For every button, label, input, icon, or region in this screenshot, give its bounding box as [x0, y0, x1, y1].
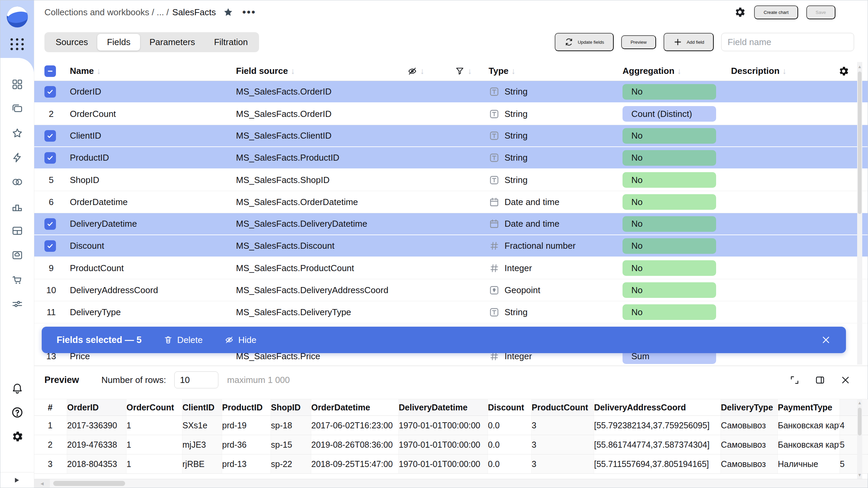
field-type[interactable]: Date and time: [489, 197, 623, 208]
hide-selected-button[interactable]: Hide: [224, 335, 256, 345]
scroll-thumb[interactable]: [53, 481, 125, 486]
delete-selected-button[interactable]: Delete: [163, 335, 203, 345]
field-name[interactable]: DeliveryDatetime: [70, 219, 236, 229]
create-chart-button[interactable]: Create chart: [754, 5, 798, 19]
field-source[interactable]: MS_SalesFacts.Discount: [236, 241, 407, 251]
field-type[interactable]: Integer: [489, 263, 623, 274]
split-view-icon[interactable]: [815, 375, 825, 385]
aggregation-select[interactable]: No: [623, 238, 716, 254]
field-row-DeliveryDatetime[interactable]: DeliveryDatetimeMS_SalesFacts.DeliveryDa…: [34, 213, 868, 235]
aggregation-select[interactable]: No: [623, 282, 716, 298]
sidebar-item-storage-icon[interactable]: [11, 249, 23, 261]
field-name[interactable]: OrderID: [70, 86, 236, 97]
field-source[interactable]: MS_SalesFacts.ClientID: [236, 130, 407, 141]
aggregation-select[interactable]: No: [623, 216, 716, 232]
field-row-OrderDatetime[interactable]: 6OrderDatetimeMS_SalesFacts.OrderDatetim…: [34, 191, 868, 213]
field-type[interactable]: Fractional number: [489, 240, 623, 251]
aggregation-select[interactable]: Count (Distinct): [623, 106, 716, 122]
aggregation-select[interactable]: No: [623, 84, 716, 100]
dataset-settings-gear-icon[interactable]: [734, 6, 746, 18]
field-source[interactable]: MS_SalesFacts.DeliveryDatetime: [236, 219, 407, 229]
settings-icon[interactable]: [11, 430, 24, 443]
field-name[interactable]: ProductID: [70, 152, 236, 163]
field-name[interactable]: DeliveryType: [70, 307, 236, 318]
sidebar-item-dashboards-icon[interactable]: [11, 225, 23, 237]
horizontal-scrollbar[interactable]: ◀: [34, 479, 868, 488]
aggregation-select[interactable]: No: [623, 194, 716, 210]
field-type[interactable]: String: [489, 108, 623, 120]
column-header-name[interactable]: Name↓: [70, 66, 236, 76]
column-header-hidden[interactable]: ↓: [407, 66, 455, 76]
field-source[interactable]: MS_SalesFacts.DeliveryAddressCoord: [236, 285, 407, 296]
field-type[interactable]: Geopoint: [489, 285, 623, 296]
scroll-thumb[interactable]: [858, 72, 862, 214]
fields-vertical-scrollbar[interactable]: ▲: [857, 62, 862, 365]
tab-parameters[interactable]: Parameters: [140, 34, 204, 50]
field-row-Discount[interactable]: DiscountMS_SalesFacts.DiscountFractional…: [34, 235, 868, 257]
field-row-DeliveryType[interactable]: 11DeliveryTypeMS_SalesFacts.DeliveryType…: [34, 301, 868, 323]
field-type[interactable]: String: [489, 152, 623, 163]
help-icon[interactable]: [11, 406, 24, 419]
sidebar-item-navigation-icon[interactable]: [11, 78, 23, 90]
preview-button[interactable]: Preview: [621, 35, 656, 49]
column-header-field-source[interactable]: Field source↓: [236, 66, 407, 76]
preview-vertical-scrollbar[interactable]: ▲ ▼: [857, 399, 862, 479]
tab-sources[interactable]: Sources: [46, 34, 97, 50]
table-settings-gear-icon[interactable]: [838, 65, 849, 77]
field-name[interactable]: OrderDatetime: [70, 197, 236, 207]
field-name[interactable]: ShopID: [70, 175, 236, 185]
row-checkbox-checked[interactable]: [44, 240, 56, 252]
scroll-thumb[interactable]: [858, 408, 862, 435]
aggregation-select[interactable]: No: [623, 150, 716, 166]
field-type[interactable]: String: [489, 86, 623, 97]
column-header-type[interactable]: Type↓: [489, 66, 623, 76]
field-source[interactable]: MS_SalesFacts.OrderDatetime: [236, 197, 407, 207]
scroll-down-arrow[interactable]: ▼: [857, 472, 862, 477]
field-row-OrderID[interactable]: OrderIDMS_SalesFacts.OrderIDStringNo: [34, 81, 868, 103]
notifications-icon[interactable]: [11, 382, 24, 395]
field-type[interactable]: String: [489, 175, 623, 186]
field-name-search-input[interactable]: [721, 33, 854, 51]
sidebar-item-charts-icon[interactable]: [11, 200, 23, 212]
field-row-DeliveryAddressCoord[interactable]: 10DeliveryAddressCoordMS_SalesFacts.Deli…: [34, 279, 868, 301]
column-header-filter[interactable]: ↓: [455, 66, 489, 76]
field-row-ClientID[interactable]: ClientIDMS_SalesFacts.ClientIDStringNo: [34, 125, 868, 147]
scroll-left-button[interactable]: ◀: [34, 479, 50, 488]
close-selection-bar-icon[interactable]: [821, 335, 831, 345]
datalens-logo-icon[interactable]: [7, 6, 28, 27]
scroll-up-arrow[interactable]: ▲: [857, 64, 862, 69]
field-row-ProductCount[interactable]: 9ProductCountMS_SalesFacts.ProductCountI…: [34, 257, 868, 279]
sidebar-item-favorites-icon[interactable]: [11, 127, 23, 139]
aggregation-select[interactable]: No: [623, 128, 716, 144]
field-name[interactable]: OrderCount: [70, 109, 236, 119]
sidebar-collapse-button[interactable]: [0, 472, 34, 488]
field-name[interactable]: Discount: [70, 241, 236, 251]
aggregation-select[interactable]: No: [623, 304, 716, 320]
sidebar-item-editor-icon[interactable]: [11, 151, 23, 164]
field-name[interactable]: ClientID: [70, 130, 236, 141]
field-source[interactable]: MS_SalesFacts.ShopID: [236, 175, 407, 185]
aggregation-select[interactable]: No: [623, 172, 716, 188]
field-type[interactable]: String: [489, 307, 623, 318]
sidebar-item-connections-icon[interactable]: [11, 176, 23, 188]
field-source[interactable]: MS_SalesFacts.OrderID: [236, 109, 407, 119]
sidebar-item-marketplace-icon[interactable]: [11, 273, 23, 286]
row-checkbox-checked[interactable]: [44, 218, 56, 230]
field-source[interactable]: MS_SalesFacts.ProductID: [236, 152, 407, 163]
add-field-button[interactable]: Add field: [664, 33, 714, 51]
field-type[interactable]: String: [489, 130, 623, 141]
save-button[interactable]: Save: [806, 5, 835, 19]
field-source[interactable]: MS_SalesFacts.DeliveryType: [236, 307, 407, 318]
rows-count-input[interactable]: [174, 371, 218, 388]
sidebar-item-services-icon[interactable]: [11, 298, 23, 310]
row-checkbox-checked[interactable]: [44, 130, 56, 142]
column-header-description[interactable]: Description↓: [731, 66, 838, 76]
update-fields-button[interactable]: Update fields: [555, 33, 614, 51]
field-source[interactable]: MS_SalesFacts.OrderID: [236, 86, 407, 97]
select-all-checkbox[interactable]: [44, 65, 56, 77]
tab-filtration[interactable]: Filtration: [204, 34, 257, 50]
column-header-aggregation[interactable]: Aggregation↓: [623, 66, 731, 76]
sidebar-item-collections-icon[interactable]: [11, 103, 23, 115]
field-row-ShopID[interactable]: 5ShopIDMS_SalesFacts.ShopIDStringNo: [34, 169, 868, 191]
aggregation-select[interactable]: No: [623, 260, 716, 276]
